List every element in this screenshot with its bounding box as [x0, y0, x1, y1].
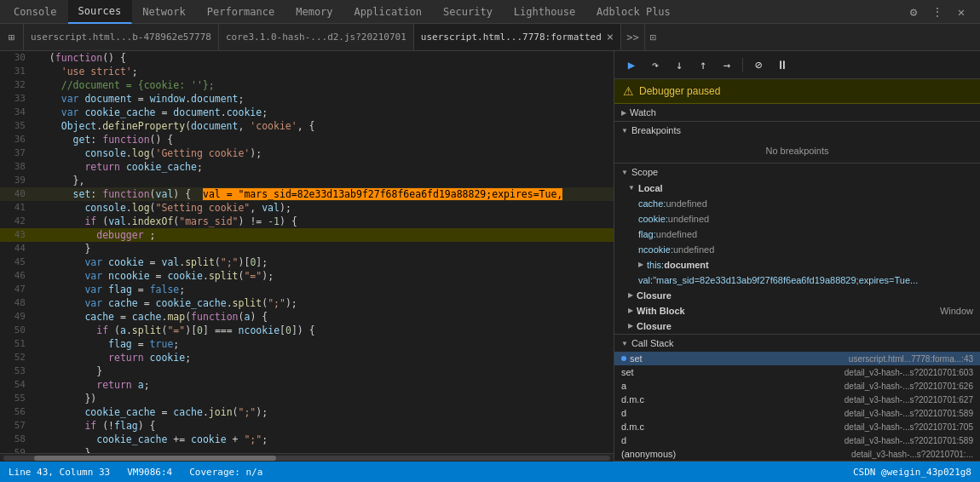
- code-row: 36 get: function() {: [0, 133, 614, 146]
- pause-on-exceptions-button[interactable]: ⏸: [772, 55, 793, 75]
- scope-var-flag: flag: undefined: [614, 227, 980, 242]
- code-line: var document = window.document;: [34, 92, 614, 106]
- file-tab-close[interactable]: ×: [607, 30, 614, 43]
- file-tabs: ⊞ userscript.html...b-478962e57778 core3…: [0, 24, 980, 51]
- closure-scope-header[interactable]: ▶ Closure: [614, 288, 980, 303]
- line-number: 59: [0, 446, 34, 453]
- call-stack-section-header[interactable]: ▼ Call Stack: [614, 335, 980, 352]
- code-line: var flag = false;: [34, 283, 614, 296]
- vm-label: VM9086:4: [127, 467, 172, 478]
- tab-memory[interactable]: Memory: [285, 0, 343, 24]
- closure2-scope-header[interactable]: ▶ Closure: [614, 318, 980, 334]
- stack-item-anonymous[interactable]: (anonymous) detail_v3-hash-...s?20210701…: [614, 447, 980, 461]
- local-triangle-icon[interactable]: ▼: [628, 181, 635, 195]
- code-line: console.log('Getting cookie');: [34, 146, 614, 160]
- coverage-label: Coverage: n/a: [189, 467, 262, 478]
- file-tab-label: userscript.html...b-478962e57778: [31, 32, 211, 43]
- toolbar-separator: [742, 58, 743, 72]
- stack-item-a[interactable]: a detail_v3-hash-...s?20210701:626: [614, 379, 980, 393]
- tab-adblock[interactable]: Adblock Plus: [586, 0, 682, 24]
- close-devtools-icon[interactable]: ✕: [953, 5, 970, 19]
- code-line: set: function(val) { val = "mars_sid=82e…: [34, 187, 614, 201]
- line-number: 32: [0, 78, 34, 92]
- code-line: var cookie_cache = document.cookie;: [34, 106, 614, 119]
- breakpoints-label: Breakpoints: [631, 125, 681, 135]
- tab-console[interactable]: Console: [3, 0, 68, 24]
- line-number: 55: [0, 392, 34, 405]
- stack-item-dmc1[interactable]: d.m.c detail_v3-hash-...s?20210701:627: [614, 393, 980, 406]
- stack-item-d1[interactable]: d detail_v3-hash-...s?20210701:589: [614, 406, 980, 420]
- step-over-button[interactable]: ↷: [645, 55, 666, 75]
- scrollbar-track[interactable]: [3, 456, 610, 461]
- stack-item-dmc2[interactable]: d.m.c detail_v3-hash-...s?20210701:705: [614, 420, 980, 433]
- closure2-triangle-icon[interactable]: ▶: [628, 319, 633, 333]
- no-breakpoints-text: No breakpoints: [614, 139, 980, 163]
- file-tab-formatted[interactable]: userscript.html...7778:formatted ×: [414, 24, 621, 51]
- stack-loc: detail_v3-hash-...s?20210701:...: [851, 450, 973, 459]
- code-row: 51 flag = true;: [0, 337, 614, 351]
- tab-lighthouse[interactable]: Lighthouse: [504, 0, 586, 24]
- scrollbar-thumb[interactable]: [34, 456, 277, 461]
- scope-section-header[interactable]: ▼ Scope: [614, 164, 980, 181]
- file-tab-more[interactable]: ⊡: [645, 24, 661, 51]
- stack-loc: detail_v3-hash-...s?20210701:603: [845, 368, 973, 377]
- with-block-triangle-icon[interactable]: ▶: [628, 304, 633, 318]
- code-panel: 30 (function() { 31 'use strict'; 32 //d…: [0, 51, 614, 462]
- step-out-button[interactable]: ↑: [693, 55, 713, 75]
- stack-item-d2[interactable]: d detail_v3-hash-...s?20210701:589: [614, 433, 980, 447]
- debugger-paused-text: Debugger paused: [639, 85, 720, 97]
- step-button[interactable]: →: [717, 55, 737, 75]
- stack-fn: d.m.c: [621, 422, 689, 432]
- stack-loc: detail_v3-hash-...s?20210701:627: [845, 395, 973, 405]
- tab-security[interactable]: Security: [433, 0, 504, 24]
- tab-sources[interactable]: Sources: [68, 0, 133, 24]
- stack-fn: d: [621, 435, 689, 445]
- var-val: undefined: [666, 197, 706, 210]
- resume-button[interactable]: ▶: [621, 55, 642, 75]
- watch-section-header[interactable]: ▶ Watch: [614, 104, 980, 121]
- val-value: "mars_sid=82e33d13ab9f27f68f6ea6fd19a888…: [653, 273, 918, 287]
- deactivate-breakpoints-button[interactable]: ⊘: [748, 55, 769, 75]
- with-block-val: Window: [940, 304, 973, 318]
- stack-fn: d.m.c: [621, 394, 689, 405]
- closure-triangle-icon[interactable]: ▶: [628, 289, 633, 302]
- breakpoints-section: ▼ Breakpoints No breakpoints: [614, 122, 980, 164]
- this-triangle-icon[interactable]: ▶: [638, 258, 643, 272]
- code-line: cookie_cache += cookie + ";";: [34, 433, 614, 446]
- code-horizontal-scrollbar[interactable]: [0, 453, 614, 462]
- scope-this[interactable]: ▶ this: document: [614, 257, 980, 273]
- step-into-button[interactable]: ↓: [669, 55, 689, 75]
- line-number: 57: [0, 419, 34, 433]
- tab-performance[interactable]: Performance: [197, 0, 285, 24]
- tab-application[interactable]: Application: [344, 0, 433, 24]
- file-tab-core[interactable]: core3.1.0-hash-...d2.js?20210701: [219, 24, 414, 51]
- breakpoints-section-header[interactable]: ▼ Breakpoints: [614, 122, 980, 139]
- local-scope-header[interactable]: ▼ Local: [614, 181, 980, 196]
- line-number: 33: [0, 92, 34, 106]
- file-tab-label: core3.1.0-hash-...d2.js?20210701: [226, 32, 406, 43]
- with-block-header[interactable]: ▶ With Block Window: [614, 303, 980, 318]
- line-number: 45: [0, 255, 34, 269]
- scope-val: val: "mars_sid=82e33d13ab9f27f68f6ea6fd1…: [614, 273, 980, 288]
- more-options-icon[interactable]: ⋮: [929, 5, 946, 19]
- file-tab-userscript[interactable]: userscript.html...b-478962e57778: [24, 24, 219, 51]
- line-number: 54: [0, 378, 34, 392]
- code-line: }: [34, 242, 614, 255]
- closure-label: Closure: [637, 289, 672, 302]
- file-tab-overflow[interactable]: >>: [621, 24, 644, 51]
- code-line: }: [34, 446, 614, 453]
- stack-item-set-active[interactable]: set userscript.html...7778:forma...:43: [614, 352, 980, 365]
- code-line: if (!flag) {: [34, 419, 614, 433]
- var-val: undefined: [668, 212, 709, 226]
- file-panel-toggle[interactable]: ⊞: [0, 24, 24, 51]
- code-line: var cache = cookie_cache.split(";");: [34, 296, 614, 310]
- tab-network[interactable]: Network: [132, 0, 197, 24]
- stack-loc: detail_v3-hash-...s?20210701:626: [845, 382, 973, 391]
- code-line: (function() {: [34, 51, 614, 65]
- scope-label: Scope: [631, 167, 658, 177]
- code-scroll[interactable]: 30 (function() { 31 'use strict'; 32 //d…: [0, 51, 614, 453]
- code-line: //document = {cookie: ''};: [34, 78, 614, 92]
- line-number: 49: [0, 310, 34, 324]
- stack-item-set[interactable]: set detail_v3-hash-...s?20210701:603: [614, 365, 980, 379]
- settings-icon[interactable]: ⚙: [905, 5, 922, 19]
